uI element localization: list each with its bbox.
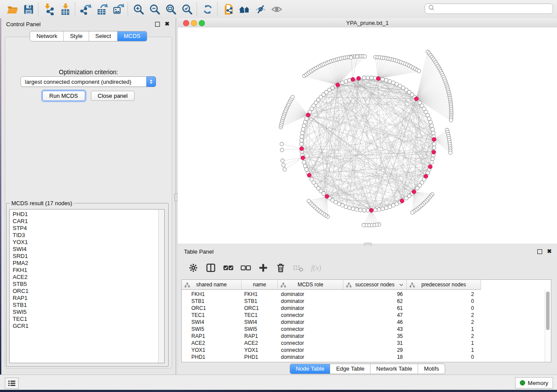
memory-button[interactable]: Memory [515,377,553,389]
import-network-button[interactable] [41,2,57,17]
mcds-node-item[interactable]: STP4 [13,225,164,232]
cell-name: FKH1 [242,291,278,298]
table-row[interactable]: RAP1RAP1dominator352 [182,333,551,340]
mcds-node-item[interactable]: SWI5 [13,309,164,316]
deselect-all-icon[interactable] [238,260,253,275]
table-row[interactable]: FKH1FKH1dominator962 [182,291,551,298]
add-row-icon[interactable] [256,260,270,275]
home-button[interactable] [236,2,252,17]
columns-icon[interactable] [203,260,218,275]
column-header-name[interactable]: name [242,280,278,290]
cell-shared-name: SWI4 [182,319,242,326]
mcds-node-item[interactable]: PMA2 [13,260,164,267]
tab-network[interactable]: Network [30,31,64,41]
table-row[interactable]: SWI4SWI4dominator462 [182,319,551,326]
network-canvas[interactable] [178,28,557,244]
close-table-panel-icon[interactable]: ✖ [547,248,552,255]
cell-successor-nodes: 46 [343,319,407,326]
float-table-panel-icon[interactable] [537,249,542,254]
mcds-node-item[interactable]: YOX1 [13,239,164,246]
cell-predecessor-nodes: 2 [407,291,481,298]
node-table[interactable]: shared namenameMCDS rolesuccessor nodesp… [181,279,551,362]
tab-network-table[interactable]: Network Table [370,364,418,374]
show-annotations-button[interactable] [269,2,284,17]
network-graph[interactable] [178,28,557,244]
settings-icon[interactable] [186,260,201,275]
export-network-button[interactable] [78,2,93,17]
table-scrollbar[interactable] [545,290,551,362]
cell-name: ACE2 [242,340,278,347]
tab-style[interactable]: Style [64,31,89,41]
mcds-node-item[interactable]: SRD1 [13,253,164,260]
mcds-node-item[interactable]: RAP1 [13,295,164,302]
toolbar-separator [38,3,38,16]
zoom-fit-button[interactable] [163,2,179,17]
cell-predecessor-nodes: 2 [407,333,481,340]
float-window-icon[interactable] [155,22,160,27]
column-header-shared-name[interactable]: shared name [182,280,242,290]
tab-node-table[interactable]: Node Table [290,364,331,374]
mcds-node-item[interactable]: PHD1 [13,211,164,218]
refresh-layout-button[interactable] [200,2,215,17]
zoom-selected-button[interactable] [179,2,195,17]
mcds-node-item[interactable]: STB1 [13,302,164,309]
mcds-node-item[interactable]: CAR1 [13,218,164,225]
mcds-node-item[interactable]: TEC1 [13,316,164,323]
tab-mcds[interactable]: MCDS [118,31,146,41]
mcds-result-list[interactable]: PHD1CAR1STP4TID3YOX1SWI4SRD1PMA2FKH1ACE2… [9,209,165,363]
cell-successor-nodes: 29 [343,347,407,354]
table-row[interactable]: ORC1ORC1dominator610 [182,305,551,312]
select-all-icon[interactable] [221,260,235,275]
network-window-title: YPA_prune.txt_1 [178,20,557,26]
control-panel-header: Control Panel ✖ [1,18,176,30]
table-row[interactable]: YOX1YOX1connector291 [182,347,551,354]
mcds-node-item[interactable]: GCR1 [13,323,164,330]
mcds-node-item[interactable]: FKH1 [13,267,164,274]
run-mcds-button[interactable]: Run MCDS [42,91,85,101]
tab-edge-table[interactable]: Edge Table [330,364,370,374]
search-input[interactable] [436,4,553,13]
result-list-scrollbar[interactable] [158,210,164,363]
control-panel-tabs: NetworkStyleSelectMCDS [1,31,176,41]
table-panel-header: Table Panel ✖ [178,246,557,257]
column-header-MCDS-role[interactable]: MCDS role [278,280,343,290]
table-row[interactable]: STB1STB1dominator620 [182,298,551,305]
import-table-button[interactable] [57,2,73,17]
table-row[interactable]: PHD1PHD1dominator180 [182,354,551,361]
cell-name: YOX1 [242,347,278,354]
hide-annotations-button[interactable] [253,2,268,17]
cell-successor-nodes: 96 [343,291,407,298]
main-toolbar [0,0,557,19]
tab-select[interactable]: Select [89,31,118,41]
column-header-successor-nodes[interactable]: successor nodes [343,280,407,290]
table-row[interactable]: SWI5SWI5connector431 [182,326,551,333]
table-row[interactable]: ACE2ACE2connector311 [182,340,551,347]
mcds-node-item[interactable]: ORC1 [13,288,164,295]
tab-motifs[interactable]: Motifs [418,364,445,374]
delete-rows-icon[interactable] [273,260,288,275]
zoom-out-button[interactable] [147,2,163,17]
search-box[interactable] [425,3,553,14]
table-row[interactable]: TEC1TEC1connector472 [182,312,551,319]
zoom-in-button[interactable] [131,2,146,17]
cell-shared-name: FKH1 [182,291,242,298]
export-image-button[interactable] [110,2,126,17]
close-panel-button[interactable]: Close panel [91,91,135,101]
cell-shared-name: PHD1 [182,354,242,361]
export-table-button[interactable] [94,2,110,17]
save-button[interactable] [21,2,36,17]
mcds-node-item[interactable]: ACE2 [13,274,164,281]
close-panel-icon[interactable]: ✖ [165,21,170,28]
table-header-row: shared namenameMCDS rolesuccessor nodesp… [182,280,551,290]
open-file-button[interactable] [4,2,20,17]
optimization-criterion-dropdown[interactable]: largest connected component (undirected) [21,76,156,87]
mcds-node-item[interactable]: SWI4 [13,246,164,253]
table-scrollbar-thumb[interactable] [546,292,550,330]
task-history-button[interactable] [5,378,19,389]
network-window-titlebar[interactable]: YPA_prune.txt_1 [178,18,557,28]
cell-name: SWI5 [242,326,278,333]
share-document-button[interactable] [220,2,236,17]
mcds-node-item[interactable]: STB5 [13,281,164,288]
column-header-predecessor-nodes[interactable]: predecessor nodes [407,280,481,290]
mcds-node-item[interactable]: TID3 [13,232,164,239]
